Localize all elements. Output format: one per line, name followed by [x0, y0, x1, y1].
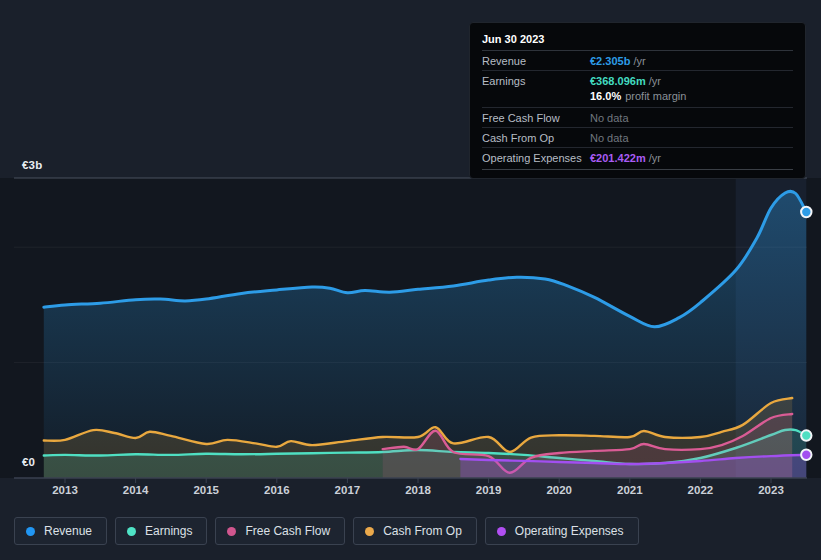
- tooltip-value: €201.422m: [590, 152, 646, 165]
- x-axis-label-2020: 2020: [546, 484, 572, 496]
- chart-tooltip: Jun 30 2023 Revenue €2.305b /yr Earnings…: [469, 22, 806, 179]
- legend-label: Earnings: [145, 524, 192, 538]
- legend-chip-operating-expenses[interactable]: Operating Expenses: [485, 517, 639, 545]
- tooltip-label: Revenue: [482, 55, 590, 68]
- x-axis-label-2019: 2019: [476, 484, 502, 496]
- x-axis-label-2013: 2013: [52, 484, 78, 496]
- x-axis-label-2021: 2021: [617, 484, 643, 496]
- tooltip-value: No data: [590, 132, 629, 145]
- y-axis-max-label: €3b: [22, 159, 42, 171]
- legend-label: Cash From Op: [383, 524, 462, 538]
- tooltip-label: Earnings: [482, 75, 590, 88]
- end-marker-revenue: [801, 207, 811, 217]
- tooltip-value-suffix: /yr: [633, 55, 645, 68]
- legend-chip-earnings[interactable]: Earnings: [115, 517, 207, 545]
- legend-label: Revenue: [44, 524, 92, 538]
- operating-expenses-dot-icon: [497, 527, 506, 536]
- end-marker-operating-expenses: [801, 450, 811, 460]
- legend-chip-revenue[interactable]: Revenue: [14, 517, 107, 545]
- earnings-dot-icon: [127, 527, 136, 536]
- profit-margin-label: profit margin: [625, 90, 686, 103]
- tooltip-value-suffix: /yr: [649, 75, 661, 88]
- tooltip-date: Jun 30 2023: [482, 30, 793, 51]
- tooltip-label: Cash From Op: [482, 132, 590, 145]
- tooltip-profit-margin: 16.0% profit margin: [482, 90, 793, 107]
- chart-legend: Revenue Earnings Free Cash Flow Cash Fro…: [14, 517, 639, 545]
- profit-margin-value: 16.0%: [590, 90, 621, 103]
- x-axis-label-2015: 2015: [193, 484, 219, 496]
- tooltip-value: €368.096m: [590, 75, 646, 88]
- tooltip-value-suffix: /yr: [649, 152, 661, 165]
- tooltip-label: Free Cash Flow: [482, 112, 590, 125]
- legend-chip-cash-from-op[interactable]: Cash From Op: [353, 517, 477, 545]
- x-axis-label-2014: 2014: [123, 484, 149, 496]
- end-marker-earnings: [801, 430, 811, 440]
- x-axis-label-2018: 2018: [405, 484, 431, 496]
- tooltip-label: Operating Expenses: [482, 152, 590, 165]
- cash-from-op-dot-icon: [365, 527, 374, 536]
- tooltip-row-revenue: Revenue €2.305b /yr: [482, 51, 793, 71]
- tooltip-value: No data: [590, 112, 629, 125]
- free-cash-flow-dot-icon: [227, 527, 236, 536]
- x-axis-label-2017: 2017: [335, 484, 361, 496]
- tooltip-row-free-cash-flow: Free Cash Flow No data: [482, 108, 793, 128]
- y-axis-zero-label: €0: [22, 456, 35, 468]
- legend-chip-free-cash-flow[interactable]: Free Cash Flow: [215, 517, 345, 545]
- x-axis-label-2023: 2023: [758, 484, 784, 496]
- x-axis-label-2022: 2022: [688, 484, 714, 496]
- revenue-dot-icon: [26, 527, 35, 536]
- legend-label: Operating Expenses: [515, 524, 624, 538]
- tooltip-row-earnings: Earnings €368.096m /yr 16.0% profit marg…: [482, 71, 793, 108]
- tooltip-row-operating-expenses: Operating Expenses €201.422m /yr: [482, 148, 793, 170]
- legend-label: Free Cash Flow: [245, 524, 330, 538]
- tooltip-value: €2.305b: [590, 55, 630, 68]
- tooltip-row-cash-from-op: Cash From Op No data: [482, 128, 793, 148]
- x-axis-label-2016: 2016: [264, 484, 290, 496]
